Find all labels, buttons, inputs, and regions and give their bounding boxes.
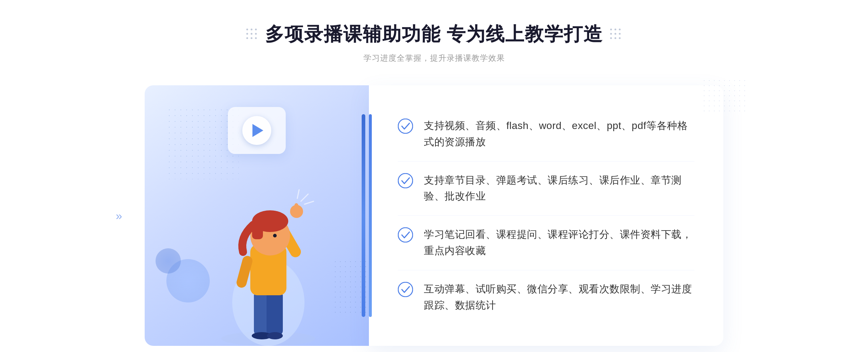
deco-circle-2 [156, 248, 181, 274]
svg-point-20 [398, 228, 413, 242]
feature-item-3: 学习笔记回看、课程提问、课程评论打分、课件资料下载，重点内容收藏 [398, 216, 694, 270]
svg-point-5 [267, 332, 283, 339]
illustration-panel: » [145, 85, 369, 346]
svg-line-17 [305, 201, 314, 204]
check-icon-2 [398, 173, 413, 188]
chevron-icon: » [116, 210, 122, 222]
svg-rect-3 [267, 292, 283, 335]
accent-bar [362, 114, 365, 317]
features-panel: 支持视频、音频、flash、word、excel、ppt、pdf等各种格式的资源… [369, 85, 723, 346]
feature-text-1: 支持视频、音频、flash、word、excel、ppt、pdf等各种格式的资源… [424, 118, 694, 150]
title-dots-left [246, 29, 258, 40]
svg-point-19 [398, 173, 413, 188]
feature-item-1: 支持视频、音频、flash、word、excel、ppt、pdf等各种格式的资源… [398, 107, 694, 162]
feature-text-4: 互动弹幕、试听购买、微信分享、观看次数限制、学习进度跟踪、数据统计 [424, 281, 694, 314]
header-section: 多项录播课辅助功能 专为线上教学打造 学习进度全掌握，提升录播课教学效果 [0, 22, 868, 64]
svg-point-12 [273, 234, 277, 237]
blue-stripe [369, 114, 372, 317]
bg-dots-right [702, 78, 745, 114]
play-icon [252, 124, 263, 137]
title-dots-right [610, 29, 622, 40]
check-icon-3 [398, 227, 413, 242]
feature-text-3: 学习笔记回看、课程提问、课程评论打分、课件资料下载，重点内容收藏 [424, 227, 694, 259]
feature-text-2: 支持章节目录、弹题考试、课后练习、课后作业、章节测验、批改作业 [424, 172, 694, 205]
video-bubble [228, 107, 286, 154]
check-icon-1 [398, 119, 413, 134]
left-arrows: » [116, 210, 122, 222]
svg-point-21 [398, 282, 413, 297]
svg-point-18 [398, 119, 413, 133]
main-title: 多项录播课辅助功能 专为线上教学打造 [265, 22, 603, 47]
svg-line-15 [301, 194, 308, 201]
svg-line-16 [297, 190, 299, 198]
check-icon-4 [398, 282, 413, 297]
content-area: » 支持视频、音频、flash、word、excel、ppt、pdf等各种格式的… [145, 85, 723, 346]
play-button [242, 116, 271, 145]
title-row: 多项录播课辅助功能 专为线上教学打造 [246, 22, 622, 47]
figure-illustration [210, 165, 326, 346]
feature-item-4: 互动弹幕、试听购买、微信分享、观看次数限制、学习进度跟踪、数据统计 [398, 270, 694, 325]
feature-item-2: 支持章节目录、弹题考试、课后练习、课后作业、章节测验、批改作业 [398, 162, 694, 216]
page-container: 多项录播课辅助功能 专为线上教学打造 学习进度全掌握，提升录播课教学效果 [0, 0, 868, 352]
subtitle: 学习进度全掌握，提升录播课教学效果 [363, 53, 505, 64]
